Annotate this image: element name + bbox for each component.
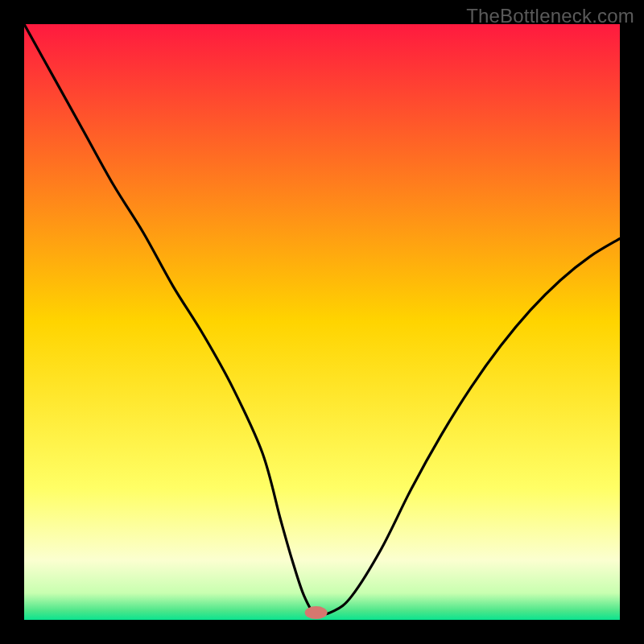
chart-frame: TheBottleneck.com [0,0,644,644]
plot-area [24,24,620,620]
target-marker [305,606,328,619]
gradient-background [24,24,620,620]
watermark-text: TheBottleneck.com [466,5,634,27]
chart-svg [24,24,620,620]
